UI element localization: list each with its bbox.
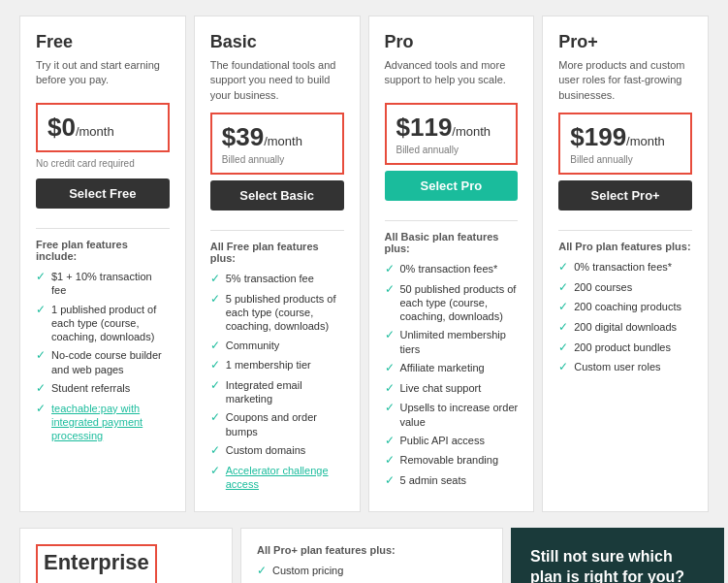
plan-name-basic: Basic [210,32,344,52]
features-label-pro: All Basic plan features plus: [385,231,519,254]
feature-basic-2: ✓Community [210,339,344,354]
plan-desc-pro: Advanced tools and more support to help … [385,58,519,93]
price-box-basic: $39/month Billed annually [210,113,344,175]
price-amount-proplus: $199/month [570,122,665,151]
enterprise-name-box: Enterprise [36,544,157,583]
feature-free-0: ✓$1 + 10% transaction fee [36,270,170,298]
plan-name-pro: Pro [385,32,519,52]
price-box-proplus: $199/month Billed annually [558,113,692,175]
plan-desc-free: Try it out and start earning before you … [36,58,170,93]
feature-proplus-4: ✓200 product bundles [558,340,692,356]
pricing-grid: Free Try it out and start earning before… [0,0,728,528]
check-icon: ✓ [36,348,46,364]
feature-pro-4: ✓Live chat support [385,381,519,397]
no-cc-free: No credit card required [36,158,170,169]
divider-proplus [558,230,692,231]
select-free-button[interactable]: Select Free [36,178,170,209]
feature-basic-3: ✓1 membership tier [210,358,344,373]
check-icon: ✓ [385,328,395,343]
check-icon: ✓ [36,303,46,318]
price-period-pro: /month [452,124,491,139]
feature-pro-1: ✓50 published products of each type (cou… [385,282,519,324]
check-icon: ✓ [385,434,395,449]
check-icon: ✓ [385,282,395,298]
divider-free [36,228,170,229]
check-icon: ✓ [210,464,220,479]
feature-proplus-1: ✓200 courses [558,280,692,296]
plan-name-proplus: Pro+ [558,32,692,52]
check-icon: ✓ [385,473,395,489]
enterprise-card: Enterprise For businesses looking for pr… [19,528,233,583]
feature-proplus-2: ✓200 coaching products [558,300,692,315]
check-icon: ✓ [385,262,395,277]
feature-pro-7: ✓Removable branding [385,453,519,469]
enterprise-name: Enterprise [44,550,149,575]
check-icon: ✓ [210,272,220,287]
plan-card-proplus: Pro+ More products and custom user roles… [542,16,709,512]
price-amount-free: $0/month [47,113,114,142]
price-box-free: $0/month [36,103,170,152]
price-period-free: /month [76,124,114,139]
check-icon: ✓ [558,340,568,356]
plan-name-free: Free [36,32,170,52]
check-icon: ✓ [210,378,220,394]
divider-basic [210,230,344,231]
feature-pro-0: ✓0% transaction fees* [385,262,519,277]
feature-basic-5: ✓Coupons and order bumps [210,410,344,438]
price-amount-pro: $119/month [396,113,491,142]
feature-basic-1: ✓5 published products of each type (cour… [210,292,344,334]
price-box-pro: $119/month Billed annually [385,103,519,165]
feature-free-1: ✓1 published product of each type (cours… [36,303,170,344]
feature-basic-4: ✓Integrated email marketing [210,378,344,406]
plan-card-free: Free Try it out and start earning before… [19,16,186,512]
enterprise-feature-0: ✓Custom pricing [257,564,487,579]
select-proplus-button[interactable]: Select Pro+ [558,180,692,211]
check-icon: ✓ [36,402,46,417]
feature-pro-8: ✓5 admin seats [385,473,519,489]
feature-pro-3: ✓Affiliate marketing [385,361,519,376]
plan-card-basic: Basic The foundational tools and support… [194,16,361,512]
feature-free-2: ✓No-code course builder and web pages [36,348,170,376]
feature-pro-5: ✓Upsells to increase order value [385,401,519,429]
quiz-card: Still not sure which plan is right for y… [511,528,724,583]
plan-card-pro: Pro Advanced tools and more support to h… [368,16,535,512]
divider-pro [385,220,519,221]
feature-basic-6: ✓Custom domains [210,443,344,459]
enterprise-features-card: All Pro+ plan features plus: ✓Custom pri… [240,528,503,583]
feature-basic-7: ✓Accelerator challenge access [210,464,344,492]
check-icon: ✓ [36,381,46,397]
features-label-proplus: All Pro plan features plus: [558,241,692,252]
check-icon: ✓ [385,401,395,416]
check-icon: ✓ [210,358,220,373]
check-icon: ✓ [385,381,395,397]
check-icon: ✓ [558,300,568,315]
bottom-section: Enterprise For businesses looking for pr… [0,528,728,583]
feature-basic-0: ✓5% transaction fee [210,272,344,287]
check-icon: ✓ [210,410,220,426]
check-icon: ✓ [558,360,568,375]
price-period-proplus: /month [626,134,665,148]
price-period-basic: /month [264,134,302,148]
check-icon: ✓ [257,564,267,579]
feature-proplus-5: ✓Custom user roles [558,360,692,375]
select-basic-button[interactable]: Select Basic [210,180,344,211]
features-label-basic: All Free plan features plus: [210,241,344,264]
feature-free-3: ✓Student referrals [36,381,170,397]
check-icon: ✓ [210,292,220,308]
check-icon: ✓ [558,260,568,275]
plan-desc-basic: The foundational tools and support you n… [210,58,344,103]
feature-proplus-3: ✓200 digital downloads [558,320,692,336]
price-billed-pro: Billed annually [396,145,507,155]
feature-proplus-0: ✓0% transaction fees* [558,260,692,275]
feature-pro-2: ✓Unlimited membership tiers [385,328,519,356]
check-icon: ✓ [210,443,220,459]
check-icon: ✓ [385,453,395,469]
features-label-free: Free plan features include: [36,239,170,262]
plan-desc-proplus: More products and custom user roles for … [558,58,692,103]
feature-pro-6: ✓Public API access [385,434,519,449]
check-icon: ✓ [558,320,568,336]
enterprise-features-label: All Pro+ plan features plus: [257,544,487,556]
check-icon: ✓ [36,270,46,285]
quiz-title: Still not sure which plan is right for y… [530,547,705,583]
select-pro-button[interactable]: Select Pro [385,171,519,201]
